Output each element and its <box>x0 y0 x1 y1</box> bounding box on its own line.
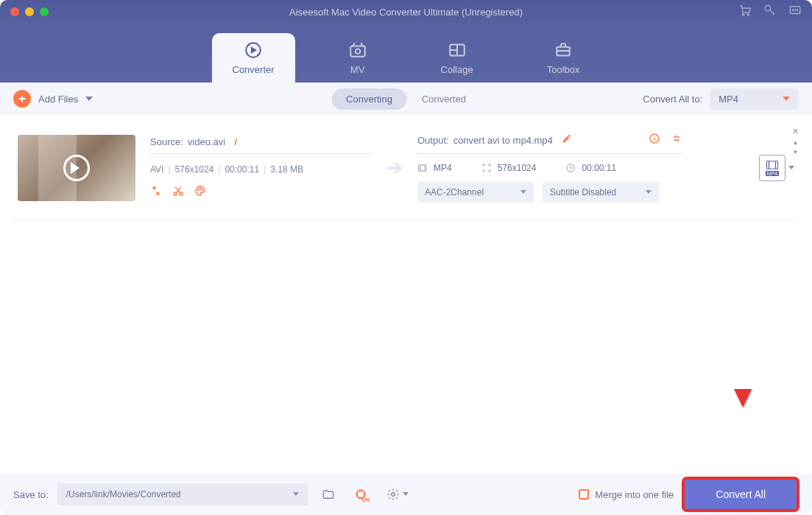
svg-point-0 <box>743 14 744 15</box>
chevron-down-icon <box>520 190 526 197</box>
filesize: 3.18 MB <box>270 164 303 175</box>
window-controls <box>10 7 49 16</box>
tab-converted[interactable]: Converted <box>407 88 481 110</box>
codec: AVI <box>150 164 171 175</box>
move-down-icon[interactable]: ▼ <box>793 149 799 155</box>
svg-rect-18 <box>419 165 427 171</box>
output-format: MP4 <box>417 163 452 173</box>
play-icon <box>63 155 90 181</box>
svg-point-9 <box>355 49 360 54</box>
tab-mv[interactable]: MV <box>328 33 388 83</box>
svg-point-16 <box>202 189 202 190</box>
close-window-icon[interactable] <box>10 7 19 16</box>
svg-point-1 <box>747 14 749 15</box>
svg-point-14 <box>198 189 199 190</box>
thumbnail[interactable] <box>18 135 135 201</box>
resolution: 576x1024 <box>175 164 221 175</box>
window-title: Aiseesoft Mac Video Converter Ultimate (… <box>289 7 523 18</box>
info-icon[interactable]: i <box>234 136 237 147</box>
palette-icon[interactable] <box>194 185 206 200</box>
annotation-arrow <box>728 348 758 415</box>
convert-all-button[interactable]: Convert All <box>682 477 799 511</box>
edit-icon[interactable] <box>562 133 572 147</box>
add-files-button[interactable]: + Add Files <box>13 90 93 108</box>
tab-label: Toolbox <box>547 64 580 75</box>
tab-label: Converter <box>233 64 275 75</box>
file-list: Source: video.avi i AVI 576x1024 00:00:1… <box>0 115 812 474</box>
sub-toolbar: + Add Files Converting Converted Convert… <box>0 83 812 115</box>
format-badge: MP4 <box>766 171 779 176</box>
add-files-label: Add Files <box>38 94 78 105</box>
arrow-right-icon: ➔ <box>386 155 403 180</box>
chevron-down-icon <box>783 97 790 105</box>
subtitle-select[interactable]: Subtitle Disabled <box>543 182 659 203</box>
tab-label: Collage <box>441 64 473 75</box>
chevron-down-icon <box>646 190 652 197</box>
save-to-label: Save to: <box>13 489 49 500</box>
source-meta: AVI 576x1024 00:00:11 3.18 MB <box>150 164 371 175</box>
footer-bar: Save to: /Users/link/Movies/Converted ON… <box>0 474 812 515</box>
duration: 00:00:11 <box>225 164 266 175</box>
save-path-select[interactable]: /Users/link/Movies/Converted <box>57 483 308 505</box>
source-label: Source: <box>150 136 183 147</box>
svg-point-5 <box>794 10 795 10</box>
audio-select[interactable]: AAC-2Channel <box>417 182 534 203</box>
key-icon[interactable] <box>763 4 777 20</box>
convert-all-to-label: Convert All to: <box>643 94 702 105</box>
merge-label: Merge into one file <box>595 489 674 500</box>
svg-point-6 <box>797 10 797 10</box>
tab-converter[interactable]: Converter <box>212 33 295 83</box>
tab-label: MV <box>350 64 365 75</box>
compress-icon[interactable] <box>150 185 162 200</box>
tab-toolbox[interactable]: Toolbox <box>526 33 601 83</box>
svg-point-15 <box>200 188 200 189</box>
svg-point-22 <box>391 493 395 497</box>
output-filename: convert avi to mp4.mp4 <box>453 135 553 146</box>
output-label: Output: <box>417 135 449 146</box>
file-item: Source: video.avi i AVI 576x1024 00:00:1… <box>13 115 799 221</box>
save-path: /Users/link/Movies/Converted <box>66 489 181 500</box>
minimize-window-icon[interactable] <box>25 7 34 16</box>
svg-rect-8 <box>350 46 365 57</box>
chevron-down-icon <box>788 166 794 172</box>
output-resolution: 576x1024 <box>481 163 537 173</box>
info-icon[interactable] <box>649 133 660 147</box>
svg-point-4 <box>792 10 793 10</box>
tab-collage[interactable]: Collage <box>420 33 494 83</box>
chevron-down-icon <box>403 492 409 499</box>
output-format-picker[interactable]: MP4 <box>759 155 794 181</box>
move-up-icon[interactable]: ▲ <box>793 139 799 146</box>
cut-icon[interactable] <box>172 185 184 200</box>
format-value: MP4 <box>719 94 738 105</box>
checkbox-icon <box>579 489 589 500</box>
remove-item-icon[interactable]: ✕ <box>792 127 799 136</box>
source-filename: video.avi <box>188 136 225 147</box>
output-duration: 00:00:11 <box>565 163 616 173</box>
merge-checkbox[interactable]: Merge into one file <box>579 489 674 500</box>
main-nav: Converter MV Collage Toolbox <box>0 24 812 83</box>
enhance-icon[interactable] <box>671 133 682 147</box>
settings-button[interactable] <box>381 483 414 506</box>
cart-icon[interactable] <box>738 4 752 20</box>
message-icon[interactable] <box>788 4 802 20</box>
hardware-accel-button[interactable]: ON <box>349 483 373 506</box>
chevron-down-icon <box>293 492 299 499</box>
convert-all-format-select[interactable]: MP4 <box>710 88 799 110</box>
svg-rect-20 <box>767 161 778 169</box>
titlebar: Aiseesoft Mac Video Converter Ultimate (… <box>0 0 812 24</box>
chevron-down-icon[interactable] <box>85 97 93 105</box>
maximize-window-icon[interactable] <box>40 7 49 16</box>
open-folder-button[interactable] <box>317 483 340 506</box>
tab-converting[interactable]: Converting <box>331 88 407 110</box>
plus-icon: + <box>13 90 31 108</box>
